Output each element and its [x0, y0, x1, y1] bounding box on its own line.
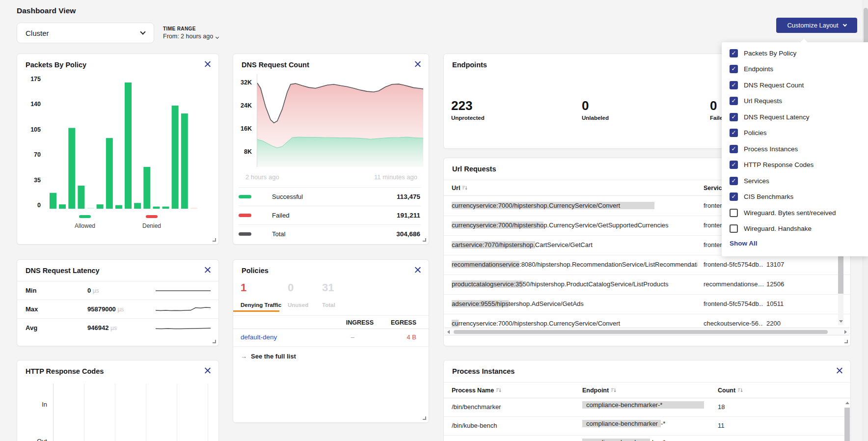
- checkbox-unchecked-icon[interactable]: [730, 224, 738, 233]
- checkbox-checked-icon[interactable]: ✓: [730, 65, 738, 73]
- x-category-allowed: Allowed: [70, 211, 100, 229]
- menu-item-wireguard-bytes-sent-received[interactable]: Wireguard. Bytes sent/received: [722, 205, 868, 221]
- count-cell: 12506: [766, 280, 801, 288]
- policy-tab-unused[interactable]: 0Unused: [288, 281, 294, 294]
- menu-item-dns-request-count[interactable]: ✓DNS Request Count: [722, 77, 868, 93]
- legend-name: Successful: [272, 193, 303, 200]
- checkbox-checked-icon[interactable]: ✓: [730, 81, 738, 89]
- table-vertical-scrollbar[interactable]: [844, 408, 850, 441]
- customize-layout-button[interactable]: Customize Layout: [776, 18, 857, 33]
- checkbox-unchecked-icon[interactable]: [730, 209, 738, 217]
- show-all-link[interactable]: Show All: [730, 240, 868, 247]
- tab-label: Unused: [288, 302, 308, 308]
- scroll-right-icon[interactable]: [844, 330, 847, 334]
- checkbox-checked-icon[interactable]: ✓: [730, 161, 738, 169]
- checkbox-checked-icon[interactable]: ✓: [730, 97, 738, 105]
- view-selector-value: Cluster: [26, 29, 49, 37]
- resize-handle[interactable]: [844, 340, 848, 343]
- latency-value: 95879000 µs: [87, 305, 124, 313]
- card-policies: Policies 1Denying Traffic0Unused31Total …: [233, 259, 429, 423]
- endpoint-cell: compliance-benchmarker-*: [582, 439, 711, 441]
- see-full-list-link[interactable]: →See the full list: [241, 353, 296, 360]
- resize-handle[interactable]: [423, 238, 426, 242]
- active-tab-underline: [233, 310, 279, 312]
- y-tick-label: 0: [21, 202, 41, 209]
- menu-item-wireguard-handshake[interactable]: Wireguard. Handshake: [722, 221, 868, 237]
- close-icon[interactable]: [414, 60, 421, 68]
- checkbox-checked-icon[interactable]: ✓: [730, 193, 738, 201]
- url-cell: currencyservice:7000/hipstershop.Currenc…: [452, 320, 697, 327]
- service-cell: frontend-5fc5754db…: [704, 261, 763, 268]
- menu-item-policies[interactable]: ✓Policies: [722, 125, 868, 141]
- checkbox-checked-icon[interactable]: ✓: [730, 145, 738, 153]
- x-axis-end-label: 11 minutes ago: [374, 173, 417, 181]
- close-icon[interactable]: [836, 367, 843, 374]
- column-header-count[interactable]: Count: [718, 387, 743, 394]
- y-tick-label: 32K: [233, 79, 252, 86]
- sparkline-chart: [156, 323, 211, 333]
- card-title: Policies: [242, 267, 269, 275]
- service-cell: frontend-5fc5754db…: [704, 300, 763, 307]
- latency-table: Min0 µsMax95879000 µsAvg946942 µs: [17, 281, 218, 337]
- menu-item-url-requests[interactable]: ✓Url Requests: [722, 93, 868, 110]
- checkbox-checked-icon[interactable]: ✓: [730, 113, 738, 121]
- process-name-cell: /bin/benchmarker: [452, 403, 574, 411]
- tab-value: 31: [322, 281, 334, 294]
- close-icon[interactable]: [204, 60, 211, 68]
- service-cell: checkoutservice-56…: [704, 320, 763, 327]
- latency-label: Avg: [26, 324, 37, 331]
- checkbox-checked-icon[interactable]: ✓: [730, 129, 738, 137]
- resize-handle[interactable]: [423, 416, 426, 420]
- table-row: /bin/kube-benchcompliance-benchmarker-*1…: [444, 417, 850, 436]
- column-header-ingress: INGRESS: [331, 319, 374, 326]
- close-icon[interactable]: [414, 266, 421, 274]
- gridline: [146, 384, 146, 441]
- menu-item-dns-request-latency[interactable]: ✓DNS Request Latency: [722, 109, 868, 125]
- scroll-left-icon[interactable]: [447, 330, 450, 334]
- menu-item-label: Wireguard. Handshake: [744, 225, 812, 232]
- resize-handle[interactable]: [213, 340, 216, 343]
- customize-layout-menu: ✓Packets By Policy✓Endpoints✓DNS Request…: [722, 42, 868, 256]
- menu-item-packets-by-policy[interactable]: ✓Packets By Policy: [722, 45, 868, 61]
- menu-item-process-instances[interactable]: ✓Process Instances: [722, 141, 868, 157]
- close-icon[interactable]: [204, 266, 211, 274]
- column-header-url[interactable]: Url: [452, 185, 467, 192]
- policy-tab-denying-traffic[interactable]: 1Denying Traffic: [241, 281, 246, 294]
- latency-row: Max95879000 µs: [17, 300, 218, 318]
- menu-item-label: Url Requests: [744, 97, 782, 105]
- resize-handle[interactable]: [213, 238, 216, 242]
- view-selector[interactable]: Cluster: [17, 23, 154, 43]
- policy-link[interactable]: default-deny: [241, 333, 277, 341]
- table-row: /bin/benchmarkercompliance-benchmarker-*…: [444, 398, 850, 417]
- table-header: INGRESS EGRESS: [233, 315, 429, 329]
- table-horizontal-scrollbar[interactable]: [445, 328, 849, 335]
- column-header-endpoint[interactable]: Endpoint: [582, 387, 616, 394]
- stat-value: 0: [582, 98, 589, 113]
- stat-value: 223: [451, 98, 472, 113]
- column-header-process-name[interactable]: Process Name: [452, 387, 501, 394]
- chevron-down-icon: [842, 23, 846, 27]
- y-tick-label: 8K: [233, 148, 252, 155]
- menu-item-services[interactable]: ✓Services: [722, 173, 868, 189]
- scroll-up-icon[interactable]: [845, 402, 849, 404]
- menu-item-label: Endpoints: [744, 65, 773, 73]
- endpoint-cell: compliance-benchmarker-*: [582, 401, 711, 409]
- policy-tab-total[interactable]: 31Total: [322, 281, 334, 294]
- menu-item-cis-benchmarks[interactable]: ✓CIS Benchmarks: [722, 189, 868, 205]
- close-icon[interactable]: [204, 367, 211, 374]
- url-cell: currencyservice:7000/hipstershop.Currenc…: [452, 221, 697, 229]
- tab-value: 0: [288, 281, 294, 294]
- tab-label: Denying Traffic: [241, 302, 281, 308]
- time-range-value[interactable]: From: 2 hours ago: [163, 33, 218, 40]
- scroll-down-icon[interactable]: [839, 320, 843, 323]
- category-label: Allowed: [70, 222, 100, 229]
- stat-value: 0: [710, 98, 717, 113]
- checkbox-checked-icon[interactable]: ✓: [730, 177, 738, 185]
- count-cell: 2200: [766, 320, 801, 327]
- bar-chart: [49, 80, 199, 209]
- card-process-instances: Process Instances Process Name Endpoint …: [443, 360, 851, 441]
- menu-item-endpoints[interactable]: ✓Endpoints: [722, 61, 868, 78]
- y-tick-label: 35: [21, 177, 41, 184]
- menu-item-http-response-codes[interactable]: ✓HTTP Response Codes: [722, 157, 868, 173]
- checkbox-checked-icon[interactable]: ✓: [730, 49, 738, 57]
